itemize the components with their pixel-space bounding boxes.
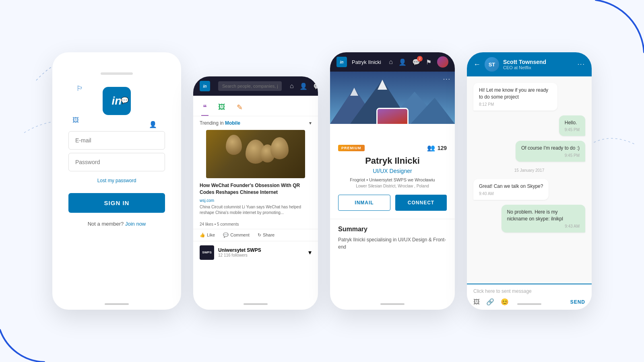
profile-nav-icons: ⌂ 👤 💬 2 ⚑ bbox=[389, 56, 448, 68]
message-3-time: 9:45 PM bbox=[521, 153, 580, 158]
feed-navbar: in ⌂ 👤 💬 2 ⚑ bbox=[193, 76, 318, 96]
profile-job-title: UI/UX Designer bbox=[330, 168, 455, 174]
trending-chevron[interactable]: ▾ bbox=[309, 120, 312, 126]
share-button[interactable]: ↻ Share bbox=[258, 232, 275, 238]
message-2: Hello. 9:45 PM bbox=[559, 115, 585, 136]
link-icon[interactable]: 🔗 bbox=[486, 298, 494, 306]
profile-home-icon[interactable]: ⌂ bbox=[389, 58, 393, 66]
home-indicator-4 bbox=[517, 303, 541, 305]
connect-button[interactable]: CONNECT bbox=[395, 195, 447, 211]
person-icon: 👤 bbox=[149, 121, 157, 128]
nav-icons: ⌂ 👤 💬 2 ⚑ bbox=[290, 80, 318, 92]
profile-flag-icon[interactable]: ⚑ bbox=[426, 58, 431, 66]
messages-body: Hi! Let me know if you are ready to do s… bbox=[467, 76, 592, 284]
followers-count: 👥 129 bbox=[427, 144, 447, 152]
message-4-text: Great! Can we talk on Skype? bbox=[479, 183, 543, 190]
join-link[interactable]: Join now bbox=[125, 221, 146, 227]
profile-cover: ··· bbox=[330, 72, 455, 124]
message-1-time: 8:12 PM bbox=[479, 102, 552, 107]
message-5-text: No problem. Here is my nickname on skype… bbox=[507, 209, 580, 222]
home-indicator bbox=[105, 303, 129, 305]
profile-company: Frogriot • Uniwersytet SWPS we Wrocławiu bbox=[330, 177, 455, 182]
university-logo: SWPS bbox=[200, 245, 214, 260]
profile-name-in-bar: Patryk Ilnicki bbox=[352, 59, 381, 65]
image-attach-icon[interactable]: 🖼 bbox=[473, 298, 480, 306]
message-1: Hi! Let me know if you are ready to do s… bbox=[473, 83, 557, 111]
flag-icon: 🏳 bbox=[76, 84, 84, 93]
message-2-text: Hello. bbox=[565, 119, 580, 126]
tab-edit[interactable]: ✎ bbox=[235, 100, 244, 116]
university-post: SWPS Uniwersytet SWPS 12 116 followers ▾ bbox=[193, 241, 318, 264]
date-separator: 15 January 2017 bbox=[473, 167, 585, 174]
university-chevron[interactable]: ▾ bbox=[308, 249, 312, 256]
trending-bar: Trending in Mobile ▾ bbox=[193, 116, 318, 130]
premium-followers: PREMIUM 👥 129 bbox=[330, 124, 455, 156]
message-4: Great! Can we talk on Skype? 9:40 AM bbox=[473, 179, 549, 200]
news-content: How WeChat Founder's Obsession With QR C… bbox=[193, 178, 318, 220]
forgot-password-link[interactable]: Lost my password bbox=[97, 178, 136, 183]
university-name: Uniwersytet SWPS bbox=[218, 247, 261, 253]
messages-nav-icon[interactable]: 💬 2 bbox=[313, 82, 318, 90]
tab-quote[interactable]: ❝ bbox=[201, 100, 208, 116]
premium-badge: PREMIUM bbox=[338, 145, 365, 151]
like-button[interactable]: 👍 Like bbox=[200, 232, 215, 238]
message-5-time: 9:43 AM bbox=[507, 224, 580, 228]
home-indicator-2 bbox=[244, 303, 268, 305]
news-actions: 👍 Like 💬 Comment ↻ Share bbox=[193, 229, 318, 241]
message-placeholder[interactable]: Click here to sent message bbox=[473, 288, 585, 294]
summary-text: Patryk Ilnicki specialising in UI/UX Des… bbox=[338, 236, 447, 251]
back-button[interactable]: ← bbox=[473, 60, 481, 69]
share-icon: ↻ bbox=[258, 232, 261, 238]
phone-feed: in ⌂ 👤 💬 2 ⚑ ❝ 🖼 ✎ Trending in Mo bbox=[193, 76, 318, 310]
contact-avatar: ST bbox=[485, 57, 499, 72]
message-more-icon[interactable]: ··· bbox=[578, 61, 585, 68]
phone-messages: ← ST Scott Townsend CEO at Netflix ··· H… bbox=[467, 52, 592, 310]
main-container: 🏳 💬 🖼 👤 in Lost my password SIGN IN Not … bbox=[0, 0, 644, 362]
signin-button[interactable]: SIGN IN bbox=[68, 193, 165, 213]
linkedin-logo-text: in bbox=[112, 95, 122, 107]
comment-icon: 💬 bbox=[223, 232, 229, 238]
people-icon: 👥 bbox=[427, 144, 435, 152]
trending-word: Mobile bbox=[225, 120, 240, 126]
profile-location: Lower Silesian District, Wroclaw , Polan… bbox=[330, 184, 455, 188]
news-description: China Circuit columnist Li Yuan says WeC… bbox=[200, 204, 312, 216]
message-input-area: Click here to sent message 🖼 🔗 😊 SEND bbox=[467, 284, 592, 310]
profile-messages-icon[interactable]: 💬 2 bbox=[412, 58, 420, 66]
chat-icon: 💬 bbox=[121, 97, 129, 104]
home-nav-icon[interactable]: ⌂ bbox=[290, 82, 294, 90]
home-indicator-3 bbox=[380, 303, 405, 305]
contact-title: CEO at Netflix bbox=[503, 65, 574, 70]
more-options-icon[interactable]: ··· bbox=[443, 76, 451, 83]
phone-notch bbox=[101, 72, 133, 75]
send-button[interactable]: SEND bbox=[570, 299, 585, 305]
feed-search-input[interactable] bbox=[218, 81, 282, 91]
tab-image[interactable]: 🖼 bbox=[217, 100, 227, 116]
people-nav-icon[interactable]: 👤 bbox=[299, 82, 308, 90]
password-input[interactable] bbox=[68, 153, 165, 171]
message-1-text: Hi! Let me know if you are ready to do s… bbox=[479, 87, 552, 101]
emoji-icon[interactable]: 😊 bbox=[501, 298, 509, 306]
thumb-icon: 👍 bbox=[200, 232, 205, 238]
phone-login: 🏳 💬 🖼 👤 in Lost my password SIGN IN Not … bbox=[52, 52, 181, 310]
summary-title: Summary bbox=[338, 226, 447, 233]
news-title: How WeChat Founder's Obsession With QR C… bbox=[200, 182, 312, 196]
profile-actions: INMAIL CONNECT bbox=[330, 195, 455, 211]
profile-avatar bbox=[376, 108, 409, 124]
message-3: Of course I'm ready to do :) 9:45 PM bbox=[516, 141, 585, 162]
inmail-button[interactable]: INMAIL bbox=[338, 195, 390, 211]
profile-people-icon[interactable]: 👤 bbox=[398, 58, 407, 66]
email-input[interactable] bbox=[68, 131, 165, 150]
contact-name: Scott Townsend bbox=[503, 59, 574, 65]
news-stats: 24 likes • 5 comments bbox=[193, 220, 318, 229]
feed-tabs: ❝ 🖼 ✎ bbox=[193, 96, 318, 116]
image-icon: 🖼 bbox=[72, 117, 79, 124]
profile-full-name: Patryk Ilnicki bbox=[330, 156, 455, 168]
message-2-time: 9:45 PM bbox=[565, 128, 580, 132]
profile-avatar-image bbox=[378, 109, 407, 124]
profile-user-avatar[interactable] bbox=[437, 56, 448, 68]
news-source[interactable]: wsj.com bbox=[200, 198, 312, 203]
comment-button[interactable]: 💬 Comment bbox=[223, 232, 250, 238]
message-header: ← ST Scott Townsend CEO at Netflix ··· bbox=[467, 52, 592, 76]
join-text: Not a member? Join now bbox=[88, 221, 146, 227]
contact-info: Scott Townsend CEO at Netflix bbox=[503, 59, 574, 70]
